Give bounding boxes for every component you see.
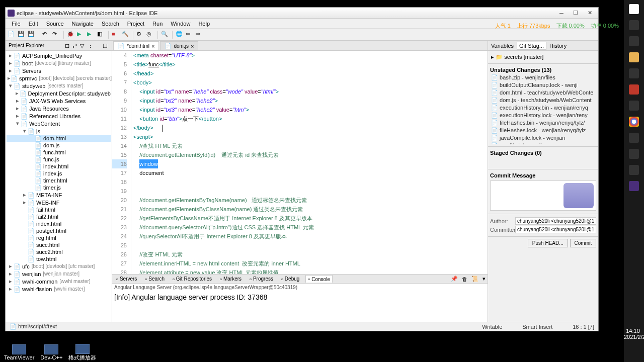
tree-item[interactable]: ▸📄WEB-INF (7, 199, 111, 206)
tree-item[interactable]: 📄timer.html (7, 177, 111, 184)
taskbar-item[interactable]: 格式播放器 (68, 344, 96, 361)
stop-icon[interactable]: ■ (112, 31, 120, 39)
tree-item[interactable]: ▸📄META-INF (7, 191, 111, 199)
taskbar-item[interactable]: TeamViewer (4, 344, 34, 360)
tree-item[interactable]: ▾📄studyweb[secrets master] (7, 82, 111, 89)
clock[interactable]: 14:10 2021/2/2 (624, 328, 642, 340)
maximize-button[interactable]: ☐ (569, 9, 582, 18)
menu-edit[interactable]: Edit (25, 20, 42, 28)
tray-chrome-icon[interactable] (629, 117, 639, 127)
bottom-tab-search[interactable]: ▫Search (143, 276, 167, 283)
console-pin-icon[interactable]: 📌 (451, 276, 458, 282)
save-icon[interactable]: 💾 (18, 31, 26, 39)
tree-item[interactable]: ▸📄Deployment Descriptor: studyweb (7, 89, 111, 97)
tree-item[interactable]: ▸📄Referenced Libraries (7, 112, 111, 120)
new-server-icon[interactable]: ⚙ (136, 31, 144, 39)
tree-item[interactable]: 📄index.js (7, 170, 111, 177)
unstaged-file[interactable]: 📄 newfile.txt - wenjian (490, 142, 596, 144)
tree-item[interactable]: ▸📄wenjian[wenjian master] (7, 270, 111, 278)
menu-navigate[interactable]: Navigate (68, 20, 98, 28)
code-area[interactable]: <meta charset="UTF-8"><title>func</title… (131, 51, 488, 274)
tree-item[interactable]: ▾📄WebContent (7, 120, 111, 127)
unstaged-file[interactable]: 📄 fileHashes.bin - wenjian/renyq/tylz/ (490, 119, 596, 127)
tree-item[interactable]: 📄postget.html (7, 227, 111, 234)
nav-fwd-icon[interactable]: ⇨ (196, 31, 204, 39)
close-tab-icon[interactable]: × (151, 43, 154, 49)
menu-search[interactable]: Search (98, 20, 123, 28)
view-menu-icon[interactable]: ⋮ (88, 43, 94, 49)
menu-help[interactable]: Help (194, 20, 214, 28)
search-icon[interactable]: 🔍 (161, 31, 169, 39)
editor-tab[interactable]: 📄dom.js × (160, 41, 198, 50)
tree-item[interactable]: ▸📄Java Resources (7, 105, 111, 112)
unstaged-file[interactable]: 📄 dom.html - teach/studyweb/WebConte (490, 89, 596, 97)
tray-app1-icon[interactable] (629, 84, 639, 95)
tab-git-staging[interactable]: Git Stag... (517, 42, 546, 50)
tree-item[interactable]: 📄dom.html (7, 135, 111, 142)
open-type-icon[interactable]: ◎ (146, 31, 154, 39)
save-all-icon[interactable]: 💾 (28, 31, 36, 39)
debug-icon[interactable]: 🐞 (67, 31, 75, 39)
bottom-tab-console[interactable]: ▫Console (305, 275, 333, 283)
tray-app5-icon[interactable] (629, 165, 639, 175)
tree-item[interactable]: ▸📄boot[devtools] [library master] (7, 59, 111, 67)
tray-search-icon[interactable] (629, 20, 639, 30)
tray-app4-icon[interactable] (629, 149, 639, 159)
filter-icon[interactable]: ▽ (80, 43, 86, 49)
unstaged-list[interactable]: 📄 bash.zip - wenjian/files📄 buildOutputC… (490, 74, 596, 144)
unstaged-file[interactable]: 📄 executionHistory.lock - wenjian/reny (490, 112, 596, 119)
commit-button[interactable]: Commit (570, 239, 596, 247)
tab-variables[interactable]: Variables (491, 43, 514, 49)
tray-app3-icon[interactable] (629, 133, 639, 143)
maximize-panel-icon[interactable]: ☐ (103, 43, 109, 49)
unstaged-file[interactable]: 📄 javaCompile.lock - wenjian (490, 134, 596, 142)
menu-run[interactable]: Run (148, 20, 167, 28)
author-input[interactable] (515, 217, 596, 225)
tree-item[interactable]: ▸📄ufc[boot] [devtools] [ufc master] (7, 262, 111, 270)
push-head-button[interactable]: Push HEAD... (528, 239, 568, 247)
bottom-tab-servers[interactable]: ▫Servers (114, 276, 139, 283)
console-menu-icon[interactable]: ▾ (482, 276, 486, 282)
tree-item[interactable]: ▸📄Servers (7, 67, 111, 74)
nav-back-icon[interactable]: ⇦ (186, 31, 194, 39)
browser-icon[interactable]: 🌐 (176, 31, 184, 39)
commit-message-input[interactable] (490, 180, 596, 211)
project-tree[interactable]: ▸📄ACPSample_UnifiedPay▸📄boot[devtools] [… (6, 51, 112, 322)
tree-item[interactable]: 📄index.html (7, 220, 111, 227)
console-scroll-icon[interactable]: 📜 (471, 276, 478, 282)
collapse-all-icon[interactable]: ⊟ (65, 43, 71, 49)
tray-app2-icon[interactable] (629, 101, 639, 111)
tree-item[interactable]: 📄succ.html (7, 241, 111, 248)
bottom-tab-progress[interactable]: ▫Progress (248, 276, 275, 283)
tree-item[interactable]: 📄timer.js (7, 184, 111, 191)
minimize-button[interactable]: ─ (555, 9, 568, 18)
tree-item[interactable]: 📄succ2.html (7, 248, 111, 255)
tree-item[interactable]: 📄func.js (7, 156, 111, 163)
close-tab-icon[interactable]: × (191, 43, 194, 49)
bottom-tab-markers[interactable]: ▫Markers (218, 276, 244, 283)
tray-eclipse-icon[interactable] (629, 181, 639, 191)
bottom-tab-debug[interactable]: ▫Debug (279, 276, 301, 283)
tray-cortana-icon[interactable] (629, 36, 639, 46)
console-clear-icon[interactable]: 🗑 (462, 276, 467, 282)
tree-item[interactable]: 📄func.html (7, 149, 111, 156)
coverage-icon[interactable]: ◧ (97, 31, 105, 39)
tree-item[interactable]: 📄index.html (7, 163, 111, 170)
run-last-icon[interactable]: ▶ (87, 31, 95, 39)
unstaged-file[interactable]: 📄 buildOutputCleanup.lock - wenji (490, 81, 596, 89)
tree-item[interactable]: ▸📄sprmvc[boot] [devtools] [secrets maste… (7, 74, 111, 82)
unstaged-file[interactable]: 📄 bash.zip - wenjian/files (490, 74, 596, 81)
redo-icon[interactable]: ↷ (52, 31, 60, 39)
tree-item[interactable]: ▸📄wwhi-common[wwhi master] (7, 278, 111, 285)
menu-window[interactable]: Window (167, 20, 194, 28)
tree-item[interactable]: 📄tow.html (7, 255, 111, 262)
tree-item[interactable]: 📄fail.html (7, 206, 111, 213)
tray-store-icon[interactable] (629, 68, 639, 78)
editor-tab[interactable]: 📄*dom.html × (113, 41, 159, 50)
committer-input[interactable] (515, 226, 596, 233)
tree-item[interactable]: ▸📄JAX-WS Web Services (7, 97, 111, 105)
new-icon[interactable]: 📄 (8, 31, 16, 39)
build-icon[interactable]: 🔨 (122, 31, 130, 39)
unstaged-file[interactable]: 📄 dom.js - teach/studyweb/WebContent (490, 97, 596, 104)
menu-file[interactable]: File (8, 20, 25, 28)
